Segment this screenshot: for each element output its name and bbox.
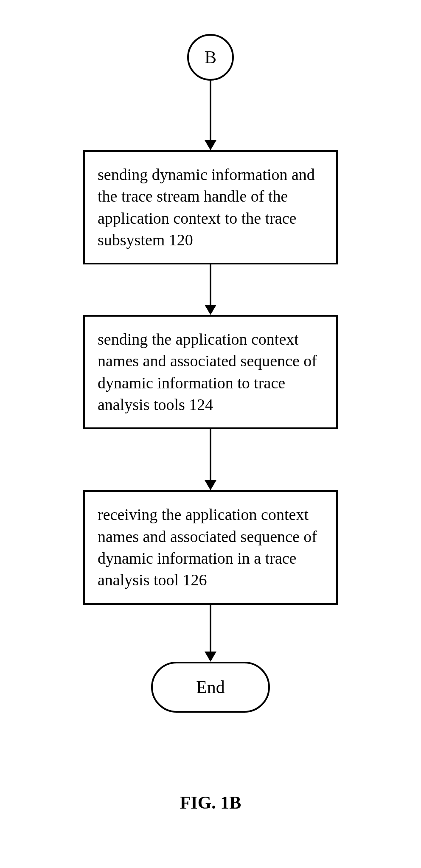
arrow-3 <box>205 429 216 490</box>
connector-b: B <box>187 34 234 81</box>
flowchart-container: B sending dynamic information and the tr… <box>0 0 421 713</box>
terminator-label: End <box>196 677 225 697</box>
process-step-120: sending dynamic information and the trac… <box>83 150 338 264</box>
arrow-head <box>205 480 216 490</box>
arrow-head <box>205 140 216 150</box>
arrow-4 <box>205 605 216 662</box>
process-text: sending dynamic information and the trac… <box>98 166 315 249</box>
process-step-124: sending the application context names an… <box>83 315 338 429</box>
arrow-2 <box>205 264 216 315</box>
terminator-end: End <box>151 662 270 713</box>
arrow-line <box>210 605 211 652</box>
connector-label: B <box>205 47 216 67</box>
arrow-line <box>210 429 211 480</box>
figure-label: FIG. 1B <box>0 792 421 813</box>
process-step-126: receiving the application context names … <box>83 490 338 604</box>
process-text: receiving the application context names … <box>98 506 317 589</box>
arrow-head <box>205 305 216 315</box>
arrow-head <box>205 652 216 662</box>
arrow-1 <box>205 81 216 150</box>
arrow-line <box>210 81 211 140</box>
process-text: sending the application context names an… <box>98 330 317 413</box>
arrow-line <box>210 264 211 305</box>
